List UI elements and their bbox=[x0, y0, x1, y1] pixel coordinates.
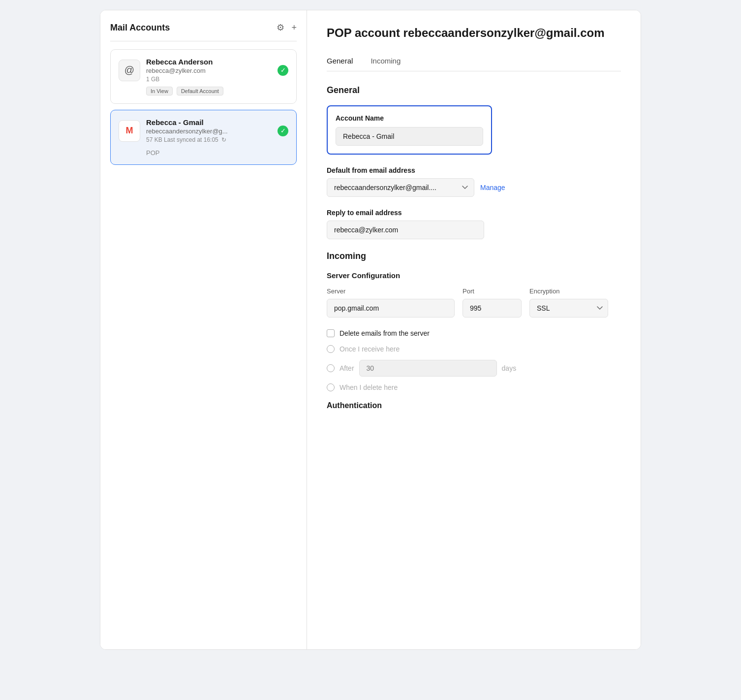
default-from-select[interactable]: rebeccaandersonzylker@gmail.... bbox=[327, 178, 474, 197]
server-config-title: Server Configuration bbox=[327, 271, 621, 280]
sidebar-header: Mail Accounts ⚙ + bbox=[110, 22, 297, 33]
encryption-select[interactable]: SSL TLS None bbox=[529, 299, 608, 318]
account-name-input[interactable] bbox=[336, 127, 483, 146]
default-from-row: rebeccaandersonzylker@gmail.... Manage bbox=[327, 178, 621, 197]
sidebar-divider bbox=[110, 41, 297, 41]
sidebar-title: Mail Accounts bbox=[110, 23, 170, 33]
account-card-header-gmail: M Rebecca - Gmail rebeccaandersonzylker@… bbox=[119, 118, 288, 143]
account-icon-gmail: M bbox=[119, 120, 140, 142]
account-check-icon: ✓ bbox=[278, 65, 288, 76]
delete-emails-checkbox[interactable] bbox=[327, 329, 335, 337]
radio-options: Once I receive here After days When I de… bbox=[327, 345, 621, 391]
encryption-column: Encryption SSL TLS None bbox=[529, 287, 608, 318]
sidebar: Mail Accounts ⚙ + @ Rebecca Anderson reb… bbox=[100, 10, 307, 649]
auth-section-title: Authentication bbox=[327, 401, 621, 410]
account-info-rebecca-anderson: Rebecca Anderson rebecca@zylker.com 1 GB bbox=[146, 58, 272, 83]
reply-to-input[interactable] bbox=[327, 221, 484, 239]
account-email-label: rebecca@zylker.com bbox=[146, 67, 272, 74]
radio-once-row: Once I receive here bbox=[327, 345, 621, 353]
default-from-label: Default from email address bbox=[327, 166, 621, 174]
page-title: POP account rebeccaandersonzylker@gmail.… bbox=[327, 26, 621, 40]
general-section-title: General bbox=[327, 85, 621, 95]
radio-when[interactable] bbox=[327, 383, 335, 391]
sidebar-action-icons: ⚙ + bbox=[277, 22, 297, 33]
radio-after-row: After days bbox=[327, 360, 621, 377]
pop-type-badge: POP bbox=[146, 149, 288, 157]
account-card-rebecca-gmail[interactable]: M Rebecca - Gmail rebeccaandersonzylker@… bbox=[110, 110, 297, 165]
port-input[interactable] bbox=[463, 299, 522, 318]
delete-emails-row: Delete emails from the server bbox=[327, 329, 621, 337]
server-input[interactable] bbox=[327, 299, 455, 318]
gmail-account-meta: 57 KB Last synced at 16:05 ↻ bbox=[146, 136, 272, 143]
add-account-icon[interactable]: + bbox=[291, 23, 297, 33]
tab-general[interactable]: General bbox=[327, 52, 363, 71]
account-card-header: @ Rebecca Anderson rebecca@zylker.com 1 … bbox=[119, 58, 288, 83]
incoming-section: Incoming Server Configuration Server Por… bbox=[327, 251, 621, 410]
account-storage-label: 1 GB bbox=[146, 76, 272, 83]
tabs-bar: General Incoming bbox=[327, 52, 621, 71]
gmail-account-email: rebeccaandersonzylker@g... bbox=[146, 127, 272, 135]
account-badges: In View Default Account bbox=[146, 87, 288, 95]
radio-once[interactable] bbox=[327, 345, 335, 353]
radio-when-label: When I delete here bbox=[340, 383, 398, 391]
server-col-label: Server bbox=[327, 287, 455, 295]
radio-when-row: When I delete here bbox=[327, 383, 621, 391]
radio-after[interactable] bbox=[327, 364, 335, 372]
gmail-check-icon: ✓ bbox=[278, 126, 288, 136]
account-name-label: Rebecca Anderson bbox=[146, 58, 272, 66]
account-card-rebecca-anderson[interactable]: @ Rebecca Anderson rebecca@zylker.com 1 … bbox=[110, 49, 297, 104]
incoming-section-title: Incoming bbox=[327, 251, 621, 261]
account-name-field-label: Account Name bbox=[336, 114, 483, 122]
badge-in-view: In View bbox=[146, 87, 173, 95]
server-config-grid: Server Port Encryption SSL TLS None bbox=[327, 287, 621, 318]
account-icon-at: @ bbox=[119, 60, 140, 81]
reply-to-field-group: Reply to email address bbox=[327, 209, 621, 239]
reply-to-label: Reply to email address bbox=[327, 209, 621, 217]
account-info-gmail: Rebecca - Gmail rebeccaandersonzylker@g.… bbox=[146, 118, 272, 143]
main-content: POP account rebeccaandersonzylker@gmail.… bbox=[307, 10, 641, 649]
encryption-col-label: Encryption bbox=[529, 287, 608, 295]
account-name-box: Account Name bbox=[327, 105, 492, 155]
days-suffix: days bbox=[502, 364, 517, 372]
manage-link[interactable]: Manage bbox=[480, 184, 505, 191]
sync-icon: ↻ bbox=[221, 136, 226, 143]
settings-icon[interactable]: ⚙ bbox=[277, 22, 284, 33]
delete-emails-label: Delete emails from the server bbox=[340, 329, 430, 337]
gmail-account-name: Rebecca - Gmail bbox=[146, 118, 272, 127]
badge-default-account: Default Account bbox=[177, 87, 223, 95]
server-column: Server bbox=[327, 287, 455, 318]
days-input[interactable] bbox=[359, 360, 497, 377]
radio-after-label: After bbox=[340, 364, 354, 372]
default-from-field-group: Default from email address rebeccaanders… bbox=[327, 166, 621, 197]
tab-incoming[interactable]: Incoming bbox=[370, 52, 410, 71]
port-column: Port bbox=[463, 287, 522, 318]
radio-once-label: Once I receive here bbox=[340, 345, 400, 353]
port-col-label: Port bbox=[463, 287, 522, 295]
